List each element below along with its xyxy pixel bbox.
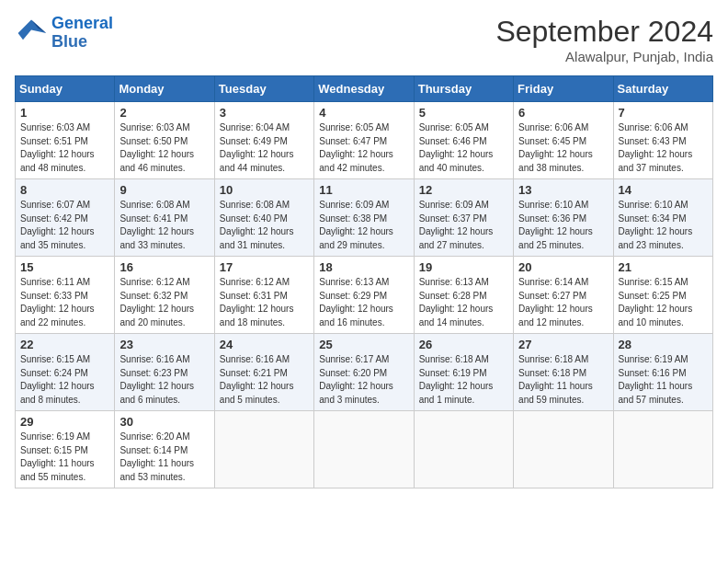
day-info: Sunrise: 6:15 AM Sunset: 6:25 PM Dayligh… — [619, 276, 708, 329]
day-number: 17 — [220, 260, 309, 274]
calendar-cell: 19Sunrise: 6:13 AM Sunset: 6:28 PM Dayli… — [414, 257, 513, 334]
day-number: 15 — [20, 260, 109, 274]
calendar-cell: 24Sunrise: 6:16 AM Sunset: 6:21 PM Dayli… — [214, 334, 313, 411]
day-info: Sunrise: 6:17 AM Sunset: 6:20 PM Dayligh… — [319, 353, 408, 407]
day-info: Sunrise: 6:05 AM Sunset: 6:47 PM Dayligh… — [319, 121, 408, 175]
calendar-cell — [514, 411, 613, 488]
calendar-cell: 9Sunrise: 6:08 AM Sunset: 6:41 PM Daylig… — [115, 179, 214, 257]
day-number: 23 — [119, 338, 209, 351]
day-number: 4 — [319, 106, 408, 120]
day-info: Sunrise: 6:09 AM Sunset: 6:37 PM Dayligh… — [419, 199, 508, 252]
day-info: Sunrise: 6:16 AM Sunset: 6:23 PM Dayligh… — [119, 353, 209, 407]
calendar-cell: 6Sunrise: 6:06 AM Sunset: 6:45 PM Daylig… — [514, 102, 613, 179]
day-number: 10 — [220, 183, 309, 197]
day-info: Sunrise: 6:13 AM Sunset: 6:29 PM Dayligh… — [319, 276, 408, 329]
day-info: Sunrise: 6:13 AM Sunset: 6:28 PM Dayligh… — [419, 276, 508, 329]
day-info: Sunrise: 6:10 AM Sunset: 6:34 PM Dayligh… — [619, 199, 708, 252]
calendar-cell: 7Sunrise: 6:06 AM Sunset: 6:43 PM Daylig… — [613, 102, 712, 179]
calendar-cell: 22Sunrise: 6:15 AM Sunset: 6:24 PM Dayli… — [16, 334, 115, 411]
day-info: Sunrise: 6:04 AM Sunset: 6:49 PM Dayligh… — [220, 121, 309, 175]
logo: General Blue — [15, 15, 113, 52]
calendar-cell: 10Sunrise: 6:08 AM Sunset: 6:40 PM Dayli… — [214, 179, 313, 257]
calendar-cell — [613, 411, 712, 488]
day-number: 12 — [419, 183, 508, 197]
day-info: Sunrise: 6:18 AM Sunset: 6:18 PM Dayligh… — [518, 353, 608, 407]
day-info: Sunrise: 6:15 AM Sunset: 6:24 PM Dayligh… — [20, 353, 109, 407]
day-number: 8 — [20, 183, 109, 197]
day-info: Sunrise: 6:06 AM Sunset: 6:45 PM Dayligh… — [518, 121, 608, 175]
day-number: 6 — [518, 106, 608, 120]
day-number: 29 — [20, 415, 109, 429]
calendar-cell: 30Sunrise: 6:20 AM Sunset: 6:14 PM Dayli… — [115, 411, 214, 488]
calendar-cell: 11Sunrise: 6:09 AM Sunset: 6:38 PM Dayli… — [314, 179, 414, 257]
calendar-cell: 16Sunrise: 6:12 AM Sunset: 6:32 PM Dayli… — [115, 257, 214, 334]
calendar-cell: 27Sunrise: 6:18 AM Sunset: 6:18 PM Dayli… — [514, 334, 613, 411]
day-number: 22 — [20, 338, 109, 351]
day-info: Sunrise: 6:11 AM Sunset: 6:33 PM Dayligh… — [20, 276, 109, 329]
day-number: 7 — [619, 106, 708, 120]
calendar-cell: 2Sunrise: 6:03 AM Sunset: 6:50 PM Daylig… — [115, 102, 214, 179]
day-number: 9 — [119, 183, 209, 197]
calendar-cell: 20Sunrise: 6:14 AM Sunset: 6:27 PM Dayli… — [514, 257, 613, 334]
logo-icon — [15, 17, 48, 50]
day-number: 14 — [619, 183, 708, 197]
day-number: 5 — [419, 106, 508, 120]
calendar-cell: 14Sunrise: 6:10 AM Sunset: 6:34 PM Dayli… — [613, 179, 712, 257]
col-header-sunday: Sunday — [16, 76, 115, 102]
day-number: 13 — [518, 183, 608, 197]
calendar-cell: 25Sunrise: 6:17 AM Sunset: 6:20 PM Dayli… — [314, 334, 414, 411]
day-info: Sunrise: 6:20 AM Sunset: 6:14 PM Dayligh… — [119, 431, 209, 484]
calendar-cell: 28Sunrise: 6:19 AM Sunset: 6:16 PM Dayli… — [613, 334, 712, 411]
col-header-friday: Friday — [514, 76, 613, 102]
calendar-cell: 1Sunrise: 6:03 AM Sunset: 6:51 PM Daylig… — [16, 102, 115, 179]
calendar-table: SundayMondayTuesdayWednesdayThursdayFrid… — [15, 75, 713, 488]
calendar-cell: 26Sunrise: 6:18 AM Sunset: 6:19 PM Dayli… — [414, 334, 513, 411]
calendar-cell — [314, 411, 414, 488]
day-number: 21 — [619, 260, 708, 274]
logo-text: General Blue — [51, 15, 113, 52]
day-number: 20 — [518, 260, 608, 274]
month-title: September 2024 — [495, 15, 713, 49]
calendar-cell: 5Sunrise: 6:05 AM Sunset: 6:46 PM Daylig… — [414, 102, 513, 179]
calendar-cell — [414, 411, 513, 488]
day-info: Sunrise: 6:09 AM Sunset: 6:38 PM Dayligh… — [319, 199, 408, 252]
col-header-wednesday: Wednesday — [314, 76, 414, 102]
day-info: Sunrise: 6:03 AM Sunset: 6:50 PM Dayligh… — [119, 121, 209, 175]
calendar-cell: 13Sunrise: 6:10 AM Sunset: 6:36 PM Dayli… — [514, 179, 613, 257]
day-info: Sunrise: 6:14 AM Sunset: 6:27 PM Dayligh… — [518, 276, 608, 329]
day-number: 30 — [119, 415, 209, 429]
day-info: Sunrise: 6:05 AM Sunset: 6:46 PM Dayligh… — [419, 121, 508, 175]
calendar-cell: 17Sunrise: 6:12 AM Sunset: 6:31 PM Dayli… — [214, 257, 313, 334]
day-info: Sunrise: 6:07 AM Sunset: 6:42 PM Dayligh… — [20, 199, 109, 252]
day-info: Sunrise: 6:08 AM Sunset: 6:41 PM Dayligh… — [119, 199, 209, 252]
day-info: Sunrise: 6:12 AM Sunset: 6:31 PM Dayligh… — [220, 276, 309, 329]
page-header: General Blue September 2024 Alawalpur, P… — [15, 15, 713, 64]
day-info: Sunrise: 6:03 AM Sunset: 6:51 PM Dayligh… — [20, 121, 109, 175]
calendar-cell — [214, 411, 313, 488]
day-number: 1 — [20, 106, 109, 120]
calendar-cell: 12Sunrise: 6:09 AM Sunset: 6:37 PM Dayli… — [414, 179, 513, 257]
calendar-cell: 15Sunrise: 6:11 AM Sunset: 6:33 PM Dayli… — [16, 257, 115, 334]
day-info: Sunrise: 6:12 AM Sunset: 6:32 PM Dayligh… — [119, 276, 209, 329]
day-info: Sunrise: 6:19 AM Sunset: 6:15 PM Dayligh… — [20, 431, 109, 484]
day-info: Sunrise: 6:18 AM Sunset: 6:19 PM Dayligh… — [419, 353, 508, 407]
day-number: 11 — [319, 183, 408, 197]
day-info: Sunrise: 6:08 AM Sunset: 6:40 PM Dayligh… — [220, 199, 309, 252]
col-header-thursday: Thursday — [414, 76, 513, 102]
calendar-cell: 18Sunrise: 6:13 AM Sunset: 6:29 PM Dayli… — [314, 257, 414, 334]
day-number: 26 — [419, 338, 508, 351]
col-header-monday: Monday — [115, 76, 214, 102]
calendar-cell: 23Sunrise: 6:16 AM Sunset: 6:23 PM Dayli… — [115, 334, 214, 411]
calendar-cell: 21Sunrise: 6:15 AM Sunset: 6:25 PM Dayli… — [613, 257, 712, 334]
day-number: 27 — [518, 338, 608, 351]
day-number: 18 — [319, 260, 408, 274]
title-area: September 2024 Alawalpur, Punjab, India — [495, 15, 713, 64]
day-info: Sunrise: 6:19 AM Sunset: 6:16 PM Dayligh… — [619, 353, 708, 407]
day-info: Sunrise: 6:06 AM Sunset: 6:43 PM Dayligh… — [619, 121, 708, 175]
day-number: 16 — [119, 260, 209, 274]
calendar-cell: 3Sunrise: 6:04 AM Sunset: 6:49 PM Daylig… — [214, 102, 313, 179]
calendar-cell: 8Sunrise: 6:07 AM Sunset: 6:42 PM Daylig… — [16, 179, 115, 257]
col-header-saturday: Saturday — [613, 76, 712, 102]
day-number: 28 — [619, 338, 708, 351]
day-number: 2 — [119, 106, 209, 120]
